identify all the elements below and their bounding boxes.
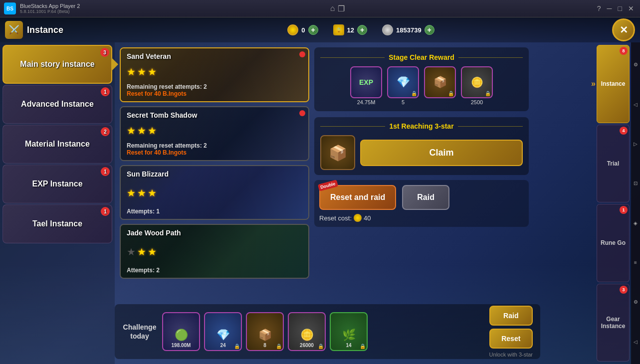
star-3: ★	[148, 187, 157, 199]
silver-icon	[382, 24, 393, 35]
sidebar-arrow-main-story	[111, 57, 118, 71]
challenge-reward-crystal: 💎 24 🔒	[204, 312, 242, 351]
tool-icon-2[interactable]: ◁	[634, 102, 638, 107]
tool-icon-5[interactable]: ◈	[634, 220, 638, 226]
challenge-raid-button[interactable]: Raid	[489, 306, 533, 326]
tool-icon-1[interactable]: ⚙	[633, 62, 639, 67]
sidebar-badge-material: 2	[101, 127, 110, 136]
silver-add-button[interactable]: +	[425, 25, 434, 35]
exp-icon-box: EXP	[350, 66, 382, 98]
right-sidebar-item-trial[interactable]: Trial 4	[597, 125, 630, 203]
help-icon[interactable]: ?	[595, 4, 603, 12]
sidebar-badge-exp: 1	[101, 167, 110, 176]
cards-and-info: Sand Veteran ★ ★ ★ Remaining reset attem…	[120, 47, 529, 299]
close-icon[interactable]: ✕	[626, 4, 636, 12]
reaching-inner: 📦 Claim	[320, 135, 523, 170]
action-section: Double Reset and raid Raid Reset cost: 4…	[314, 180, 529, 227]
reward-icons: EXP 24.75M 💎 🔒 5	[320, 66, 523, 105]
right-sidebar-chevrons: »	[591, 79, 596, 88]
app-version: 5.8.101.1001 P.64 (Beta)	[20, 9, 80, 14]
challenge-reset-button[interactable]: Reset	[489, 329, 533, 349]
header-resources: 0 + 🔒 12 + 1853739 +	[110, 24, 612, 35]
challenge-reward-green: 🌿 14 🔒	[330, 312, 368, 351]
sidebar-label-main-story: Main story instance	[20, 60, 94, 69]
right-sidebar-label-gear-instance: Gear Instance	[599, 316, 627, 330]
tool-icon-8[interactable]: ◁	[634, 339, 638, 345]
crystal-lock-icon: 🔒	[411, 91, 417, 96]
tool-icon-6[interactable]: ≡	[634, 260, 637, 265]
home-icon[interactable]: ⌂	[330, 4, 335, 13]
exp-value: 24.75M	[357, 99, 376, 105]
card-title-secret-tomb: Secret Tomb Shadow	[127, 111, 302, 119]
stars-sun-blizzard: ★ ★ ★	[127, 187, 302, 199]
card-title-sand-veteran: Sand Veteran	[127, 52, 302, 60]
first-reaching-section: 1st Reaching 3-star 📦 Claim	[314, 117, 529, 175]
right-sidebar-label-instance: Instance	[601, 80, 626, 87]
challenge-reward-exp: 🟢 198.00M	[162, 312, 200, 351]
copy-icon[interactable]: ❐	[338, 4, 345, 13]
far-right-tool-panel: ⚙ ◁ ▷ ⊡ ◈ ≡ ⚙ ◁	[631, 42, 640, 364]
instance-card-jade-wood[interactable]: Jade Wood Path ★ ★ ★ Attempts: 2	[120, 224, 309, 279]
instance-cards-list: Sand Veteran ★ ★ ★ Remaining reset attem…	[120, 47, 309, 299]
challenge-chest-lock-icon: 🔒	[276, 344, 282, 349]
challenge-actions: Raid Reset Unlock with 3-star	[489, 306, 533, 358]
right-sidebar-item-instance[interactable]: » Instance 8	[597, 45, 630, 123]
sidebar-item-material[interactable]: Material Instance 2	[2, 125, 112, 164]
raid-button[interactable]: Raid	[402, 185, 449, 210]
header-title-area: ⚔️ Instance	[0, 21, 110, 39]
tool-icon-7[interactable]: ⚙	[634, 299, 638, 305]
close-button[interactable]: ✕	[612, 18, 635, 41]
chest-lock-icon: 🔒	[448, 91, 454, 96]
right-sidebar-badge-gear-instance: 3	[620, 286, 628, 294]
exp-icon: EXP	[359, 78, 373, 86]
challenge-crystal-label: 24	[220, 343, 225, 348]
sidebar-label-advanced: Advanced Instance	[21, 100, 94, 109]
sidebar-item-tael[interactable]: Tael Instance 1	[2, 204, 112, 243]
star-2: ★	[137, 125, 146, 137]
reaching-title: 1st Reaching 3-star	[320, 122, 523, 130]
star-1: ★	[127, 246, 136, 258]
challenge-chest-icon: 📦	[258, 329, 272, 342]
star-1: ★	[127, 125, 136, 137]
right-sidebar-item-gear-instance[interactable]: Gear Instance 3	[597, 284, 630, 362]
chest-icon-box: 📦 🔒	[424, 66, 456, 98]
crystal-icon-box: 💎 🔒	[387, 66, 419, 98]
instance-card-secret-tomb[interactable]: Secret Tomb Shadow ★ ★ ★ Remaining reset…	[120, 106, 309, 161]
crystal-icon: 💎	[397, 76, 410, 89]
challenge-chest-label: 8	[263, 343, 266, 348]
gold-value: 0	[301, 26, 305, 34]
crystal-value: 5	[402, 99, 405, 105]
silver-value: 1853739	[396, 26, 422, 34]
right-sidebar-label-trial: Trial	[607, 160, 620, 167]
locked-gold-value: 12	[347, 26, 354, 34]
sidebar-item-main-story[interactable]: Main story instance 3	[2, 45, 112, 84]
reward-chest: 📦 🔒	[424, 66, 456, 105]
reward-coin: 🪙 🔒 2500	[461, 66, 493, 105]
app-logo: BS	[4, 2, 16, 14]
restore-icon[interactable]: □	[616, 4, 624, 12]
minimize-icon[interactable]: ─	[605, 4, 614, 12]
reset-cost-value: 40	[364, 214, 371, 222]
right-sidebar-item-rune-go[interactable]: Rune Go 1	[597, 204, 630, 282]
instance-card-sand-veteran[interactable]: Sand Veteran ★ ★ ★ Remaining reset attem…	[120, 47, 309, 102]
page-title: Instance	[27, 25, 63, 35]
challenge-crystal-lock-icon: 🔒	[234, 344, 240, 349]
title-bar-nav: ⌂ ❐	[330, 4, 345, 13]
tool-icon-4[interactable]: ⊡	[634, 181, 638, 186]
header-bar: ⚔️ Instance 0 + 🔒 12 + 1853739 + ✕	[0, 17, 640, 42]
instance-card-sun-blizzard[interactable]: Sun Blizzard ★ ★ ★ Attempts: 1	[120, 165, 309, 220]
claim-button[interactable]: Claim	[360, 140, 523, 166]
gold-add-button[interactable]: +	[308, 25, 318, 35]
star-2: ★	[137, 246, 146, 258]
card-info-secret-tomb: Remaining reset attempts: 2	[127, 142, 302, 149]
sidebar-item-advanced[interactable]: Advanced Instance 1	[2, 85, 112, 124]
locked-gold-add-button[interactable]: +	[357, 25, 367, 35]
star-1: ★	[127, 187, 136, 199]
right-sidebar: » Instance 8 Trial 4 Rune Go 1 Gear Inst…	[595, 42, 631, 364]
sidebar-item-exp[interactable]: EXP Instance 1	[2, 165, 112, 203]
reset-cost-gold-icon	[354, 214, 362, 222]
tool-icon-3[interactable]: ▷	[634, 141, 638, 147]
star-3: ★	[148, 125, 157, 137]
reset-raid-button[interactable]: Double Reset and raid	[319, 185, 396, 210]
reward-crystal: 💎 🔒 5	[387, 66, 419, 105]
